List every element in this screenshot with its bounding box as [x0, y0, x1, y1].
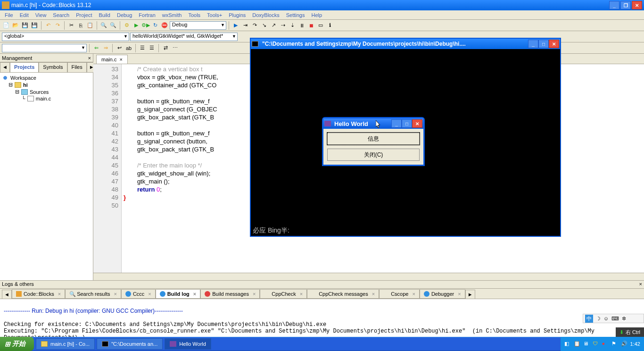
tray-clock[interactable]: 1:42: [630, 341, 640, 347]
tree-file-mainc[interactable]: └main.c: [2, 95, 91, 102]
logtab-codeblocks[interactable]: Code::Blocks×: [12, 289, 65, 299]
step-into-icon[interactable]: ↘: [260, 21, 268, 30]
cut-icon[interactable]: ✂: [67, 21, 75, 30]
system-tray[interactable]: ◧ 📋 🖥 🛡 ● ⚑ 🔊 1:42: [561, 337, 644, 351]
mgmt-tab-symbols[interactable]: Symbols: [39, 62, 67, 72]
logtab-search[interactable]: 🔍Search results×: [65, 289, 121, 299]
last-jump-icon[interactable]: ↩: [115, 44, 124, 52]
build-run-icon[interactable]: ⚙▶: [141, 21, 150, 30]
mgmt-tab-prev[interactable]: ◄: [0, 62, 10, 72]
hw-info-button[interactable]: 信息: [327, 133, 420, 145]
break-icon[interactable]: ⏸: [297, 21, 306, 30]
bookmark2-icon[interactable]: ☰: [148, 44, 156, 52]
next-instr-icon[interactable]: ⇢: [279, 21, 287, 30]
menu-tools[interactable]: Tools: [185, 11, 203, 19]
tray-icon-1[interactable]: ◧: [564, 341, 571, 347]
logtab-buildlog[interactable]: Build log×: [156, 289, 200, 299]
info-icon[interactable]: ℹ: [326, 21, 334, 30]
taskbar-item-console[interactable]: "C:\Documents an...: [97, 338, 163, 350]
menu-edit[interactable]: Edit: [17, 11, 32, 19]
logs-tab-next[interactable]: ►: [465, 290, 475, 299]
save-icon[interactable]: 💾: [21, 21, 29, 30]
menu-plugins[interactable]: Plugins: [226, 11, 248, 19]
console-titlebar[interactable]: "C:\Documents and Settings\zmp\My Docume…: [251, 39, 560, 49]
menu-wxsmith[interactable]: wxSmith: [159, 11, 185, 19]
new-file-icon[interactable]: 📄: [2, 21, 10, 30]
ime-strip[interactable]: 中 ☽ ☺ ⌨ ✲: [583, 314, 644, 323]
copy-icon[interactable]: ⎘: [76, 21, 85, 30]
redo-icon[interactable]: ↷: [53, 21, 62, 30]
hw-close-button[interactable]: ✕: [412, 119, 422, 128]
abort-icon[interactable]: ⛔: [160, 21, 169, 30]
menu-toolsplus[interactable]: Tools+: [204, 11, 225, 19]
restore-button[interactable]: ❐: [620, 1, 631, 9]
tree-folder-sources[interactable]: ⊟Sources: [2, 88, 91, 95]
mgmt-tab-files[interactable]: Files: [67, 62, 87, 72]
run-to-cursor-icon[interactable]: ⇥: [241, 21, 249, 30]
next-line-icon[interactable]: ↷: [250, 21, 259, 30]
hw-minimize-button[interactable]: _: [391, 119, 402, 128]
build-icon[interactable]: ⚙: [123, 21, 131, 30]
menu-file[interactable]: File: [2, 11, 16, 19]
console-maximize-button[interactable]: □: [538, 40, 549, 48]
save-all-icon[interactable]: 💾: [30, 21, 39, 30]
back-icon[interactable]: ⇐: [92, 44, 100, 52]
logtab-cscope[interactable]: Cscope×: [379, 289, 420, 299]
menu-project[interactable]: Project: [73, 11, 95, 19]
editor-hscrollbar[interactable]: [93, 273, 644, 280]
hw-maximize-button[interactable]: □: [402, 119, 412, 128]
paste-icon[interactable]: 📋: [86, 21, 94, 30]
ime-smile-icon[interactable]: ☺: [603, 316, 609, 321]
tray-av-icon[interactable]: ⚑: [611, 341, 618, 347]
select-text-icon[interactable]: ab: [124, 44, 133, 52]
replace-icon[interactable]: 🔍: [109, 21, 117, 30]
tree-workspace[interactable]: Workspace: [2, 75, 91, 81]
console-minimize-button[interactable]: _: [528, 40, 538, 48]
open-icon[interactable]: 📂: [11, 21, 20, 30]
options-icon[interactable]: ⋯: [171, 44, 179, 52]
logtab-buildmsg[interactable]: Build messages×: [200, 289, 260, 299]
management-close-icon[interactable]: ×: [88, 55, 91, 61]
tree-project[interactable]: ⊟hi: [2, 81, 91, 88]
menu-debug[interactable]: Debug: [114, 11, 135, 19]
hello-world-dialog[interactable]: Hello World _ □ ✕ 信息 关闭(C): [322, 117, 425, 166]
undo-icon[interactable]: ↶: [44, 21, 52, 30]
rebuild-icon[interactable]: ↻: [151, 21, 159, 30]
step-out-icon[interactable]: ↗: [269, 21, 278, 30]
file-tab-mainc[interactable]: main.c×: [96, 55, 128, 64]
build-target-combo[interactable]: Debug: [170, 21, 226, 30]
logs-tab-prev[interactable]: ◄: [2, 290, 12, 299]
hw-close-app-button[interactable]: 关闭(C): [327, 149, 420, 161]
debug-continue-icon[interactable]: ▶: [231, 21, 240, 30]
menu-settings[interactable]: Settings: [283, 11, 308, 19]
menu-search[interactable]: Search: [50, 11, 72, 19]
project-tree[interactable]: Workspace ⊟hi ⊟Sources └main.c: [0, 73, 93, 280]
menu-fortran[interactable]: Fortran: [136, 11, 158, 19]
ime-lang[interactable]: 中: [585, 315, 593, 323]
tray-alert-icon[interactable]: ●: [602, 341, 609, 347]
ime-moon-icon[interactable]: ☽: [596, 316, 601, 322]
logs-close-icon[interactable]: ×: [639, 281, 642, 288]
tray-volume-icon[interactable]: 🔊: [621, 341, 627, 347]
minimize-button[interactable]: _: [609, 1, 619, 9]
scope-combo[interactable]: <global>: [2, 33, 129, 41]
logtab-debugger[interactable]: Debugger×: [420, 289, 465, 299]
stop-debug-icon[interactable]: ⏹: [307, 21, 315, 30]
find-icon[interactable]: 🔍: [99, 21, 108, 30]
logtab-cccc[interactable]: Cccc×: [121, 289, 156, 299]
taskbar-item-helloworld[interactable]: Hello World: [165, 338, 211, 350]
menu-build[interactable]: Build: [96, 11, 113, 19]
function-combo[interactable]: helloWorld(GtkWidget* wid, GtkWidget*: [130, 33, 238, 41]
run-icon[interactable]: ▶: [132, 21, 140, 30]
menu-help[interactable]: Help: [308, 11, 325, 19]
ime-gear-icon[interactable]: ✲: [622, 316, 626, 322]
taskbar-item-codeblocks[interactable]: main.c [hi] - Co...: [36, 338, 95, 350]
logtab-cppcheckmsg[interactable]: CppCheck messages×: [307, 289, 379, 299]
tray-icon-2[interactable]: 📋: [574, 341, 580, 347]
close-button[interactable]: ✕: [632, 1, 642, 9]
tab-close-icon[interactable]: ×: [119, 57, 122, 62]
forward-icon[interactable]: ⇒: [101, 44, 110, 52]
step-into-instr-icon[interactable]: ⇣: [288, 21, 297, 30]
debug-windows-icon[interactable]: ▭: [316, 21, 325, 30]
tray-shield-icon[interactable]: 🛡: [593, 341, 599, 347]
